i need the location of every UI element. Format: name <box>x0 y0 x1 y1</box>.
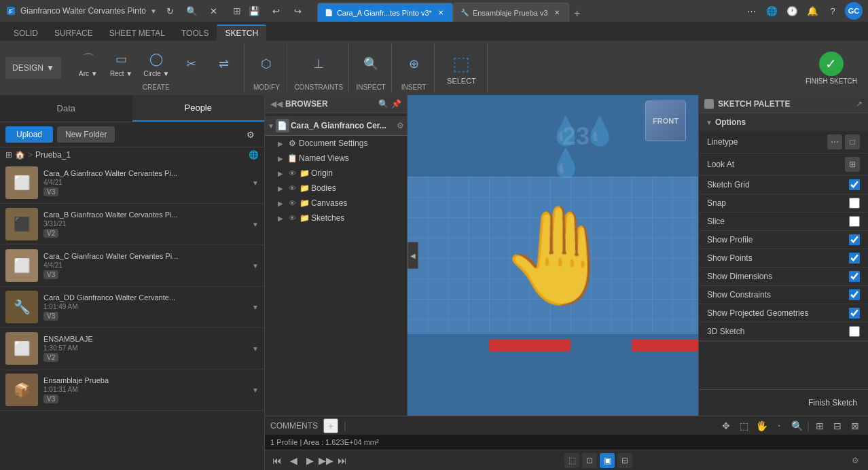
dropdown-icon[interactable]: ▼ <box>150 7 157 15</box>
ribbon-tab-sketch[interactable]: SKETCH <box>217 24 266 41</box>
tab-data[interactable]: Data <box>0 95 132 122</box>
user-avatar[interactable]: GC <box>845 2 863 20</box>
show-profile-checkbox[interactable] <box>849 234 860 245</box>
file-item-3[interactable]: 🔧 Cara_DD Gianfranco Walter Cervante... … <box>0 287 264 328</box>
file-more-1[interactable]: ▼ <box>252 221 259 228</box>
search-button[interactable]: 🔍 <box>184 3 200 19</box>
file-item-0[interactable]: ⬜ Cara_A Gianfraco Walter Cervantes Pi..… <box>0 162 264 204</box>
vis-icon-5[interactable]: 👁 <box>287 213 297 223</box>
vis-icon-3[interactable]: 👁 <box>287 183 297 194</box>
pointer-icon[interactable]: ⬝ <box>772 418 786 433</box>
root-settings-icon[interactable]: ⚙ <box>397 121 404 130</box>
tab-ensamblaje[interactable]: 🔧 Ensamblaje Prueba v3 ✕ <box>453 3 569 22</box>
nav-cube-inner[interactable]: FRONT <box>645 101 686 141</box>
playback-next[interactable]: ▶▶ <box>319 454 333 467</box>
options-section-header[interactable]: ▼ Options <box>699 113 868 131</box>
browser-collapse-left[interactable]: ◀◀ <box>270 99 283 109</box>
file-item-2[interactable]: ⬜ Cara_C Gianfraco Walter Cervantes Pi..… <box>0 245 264 287</box>
collapse-browser-btn[interactable]: ◀ <box>408 242 418 269</box>
canvas-area[interactable]: 🤚 💧💧💧 23 FRONT ◀ <box>408 95 698 416</box>
tab-ensamblaje-close[interactable]: ✕ <box>552 8 562 18</box>
hand-icon[interactable]: 🖐 <box>754 418 769 433</box>
rectangle-button[interactable]: ▭ Rect ▼ <box>106 47 137 80</box>
timeline-icon-3[interactable]: ▣ <box>600 453 615 468</box>
ribbon-tab-solid[interactable]: SOLID <box>5 26 46 41</box>
expand-icon-1[interactable]: ▶ <box>276 153 285 163</box>
timeline-icon-4[interactable]: ⊟ <box>617 453 632 468</box>
playback-end[interactable]: ⏭ <box>336 454 349 467</box>
ribbon-tab-sheet-metal[interactable]: SHEET METAL <box>101 26 173 41</box>
browser-item-sketches[interactable]: ▶ 👁 📁 Sketches <box>265 211 407 225</box>
browser-search-icon[interactable]: 🔍 <box>378 99 388 109</box>
modify-btn[interactable]: ⬡ <box>251 52 281 76</box>
frame-icon[interactable]: ⬚ <box>736 418 751 433</box>
file-more-2[interactable]: ▼ <box>252 262 259 270</box>
ribbon-tab-tools[interactable]: TOOLS <box>173 26 217 41</box>
circle-button[interactable]: ◯ Circle ▼ <box>139 47 173 80</box>
undo-button[interactable]: ↩ <box>268 3 285 19</box>
refresh-button[interactable]: ↻ <box>162 3 179 19</box>
browser-item-bodies[interactable]: ▶ 👁 📁 Bodies <box>265 181 407 196</box>
expand-icon-4[interactable]: ▶ <box>276 198 285 208</box>
search-bottom-icon[interactable]: 🔍 <box>789 418 804 433</box>
browser-root-item[interactable]: ▼ 📄 Cara_A Gianfranco Cer... ⚙ <box>265 116 407 136</box>
file-more-4[interactable]: ▼ <box>252 345 259 352</box>
nav-cube[interactable]: FRONT <box>645 101 693 148</box>
snap-checkbox[interactable] <box>849 198 860 209</box>
file-item-5[interactable]: 📦 Ensamblaje Prueba 1:01:31 AM V3 ▼ <box>0 369 264 411</box>
save-button[interactable]: 💾 <box>247 3 263 19</box>
layout-icon[interactable]: ⊠ <box>848 418 863 433</box>
timeline-icon-2[interactable]: ⊡ <box>582 453 597 468</box>
file-more-5[interactable]: ▼ <box>252 386 259 394</box>
linetype-btn-2[interactable]: □ <box>845 134 860 149</box>
arc-button[interactable]: ⌒ Arc ▼ <box>73 47 103 80</box>
trim-button[interactable]: ✂ <box>176 52 206 76</box>
expand-icon-5[interactable]: ▶ <box>276 213 285 223</box>
file-item-4[interactable]: ⬜ ENSAMBLAJE 1:30:57 AM V2 ▼ <box>0 328 264 369</box>
timeline-icon-1[interactable]: ⬚ <box>564 453 579 468</box>
browser-button[interactable]: 🌐 <box>763 3 780 19</box>
notification-button[interactable]: 🔔 <box>804 3 820 19</box>
vis-icon-4[interactable]: 👁 <box>287 198 297 209</box>
new-folder-button[interactable]: New Folder <box>57 126 115 143</box>
add-comment-btn[interactable]: + <box>323 418 338 433</box>
grid-icon[interactable]: ⊞ <box>233 5 241 16</box>
clock-button[interactable]: 🕐 <box>784 3 800 19</box>
file-more-0[interactable]: ▼ <box>252 179 259 187</box>
ribbon-tab-surface[interactable]: SURFACE <box>46 26 101 41</box>
sketch-grid-checkbox[interactable] <box>849 179 860 190</box>
table-icon[interactable]: ⊟ <box>830 418 845 433</box>
show-constraints-checkbox[interactable] <box>849 289 860 300</box>
browser-item-origin[interactable]: ▶ 👁 📁 Origin <box>265 166 407 181</box>
playback-start[interactable]: ⏮ <box>270 454 284 467</box>
playback-prev[interactable]: ◀ <box>287 454 300 467</box>
close-button[interactable]: ✕ <box>206 3 222 19</box>
browser-item-named-views[interactable]: ▶ 📋 Named Views <box>265 151 407 166</box>
3d-sketch-checkbox[interactable] <box>849 326 860 337</box>
design-dropdown[interactable]: DESIGN ▼ <box>5 57 61 79</box>
upload-button[interactable]: Upload <box>5 126 53 143</box>
linetype-btn-1[interactable]: ⋯ <box>827 134 842 149</box>
select-btn[interactable]: ⬚ SELECT <box>441 48 482 88</box>
finish-sketch-bottom-button[interactable]: Finish Sketch <box>803 395 863 410</box>
breadcrumb-current[interactable]: Prueba_1 <box>35 150 71 160</box>
look-at-btn[interactable]: ⊞ <box>845 157 860 172</box>
expand-icon-0[interactable]: ▶ <box>276 139 285 148</box>
tab-cara-a[interactable]: 📄 Cara_A Gianfr...tes Pinto v3* ✕ <box>317 3 453 22</box>
browser-item-canvases[interactable]: ▶ 👁 📁 Canvases <box>265 196 407 211</box>
root-collapse[interactable]: ▼ <box>268 122 274 130</box>
inspect-btn[interactable]: 🔍 <box>356 52 386 76</box>
insert-btn[interactable]: ⊕ <box>399 52 429 76</box>
vis-icon-2[interactable]: 👁 <box>287 168 297 179</box>
breadcrumb-icon-right[interactable]: 🌐 <box>249 150 259 160</box>
tab-cara-a-close[interactable]: ✕ <box>436 8 446 18</box>
show-projected-checkbox[interactable] <box>849 308 860 319</box>
tab-add-button[interactable]: + <box>569 5 585 22</box>
show-points-checkbox[interactable] <box>849 253 860 264</box>
grid-bottom-icon[interactable]: ⊞ <box>812 418 827 433</box>
more-tabs-button[interactable]: ⋯ <box>743 3 759 19</box>
tab-people[interactable]: People <box>132 95 265 122</box>
file-item-1[interactable]: ⬛ Cara_B Gianfraco Walter Cervantes Pi..… <box>0 204 264 245</box>
playback-settings-icon[interactable]: ⚙ <box>848 453 863 468</box>
file-more-3[interactable]: ▼ <box>252 304 259 311</box>
